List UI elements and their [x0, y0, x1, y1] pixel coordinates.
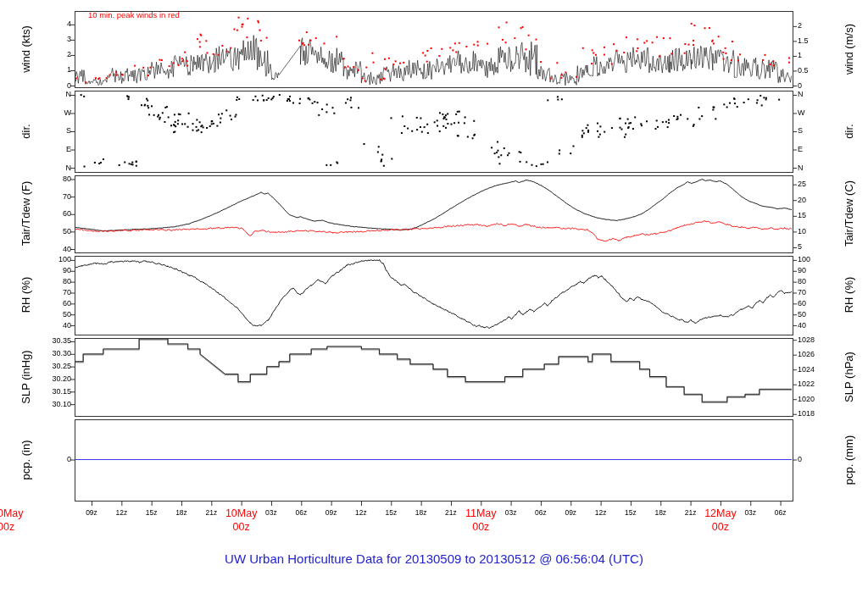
wind-right-axis-title: wind (m/s) [843, 24, 855, 75]
pcp-left-axis-title: pcp. (in) [19, 441, 32, 480]
rh-left-axis-title: RH (%) [19, 277, 32, 313]
tair-right-axis-title: Tair/Tdew (C) [843, 180, 855, 247]
dir-left-axis-title: dir. [19, 124, 32, 138]
left-margin-date-line2: 00z [0, 521, 14, 533]
slp-left-axis-title: SLP (inHg) [19, 350, 32, 403]
peak-winds-legend-note: 10 min. peak winds in red [88, 10, 180, 19]
rh-right-axis-title: RH (%) [843, 277, 855, 313]
meteogram-canvas [0, 0, 868, 593]
tair-left-axis-title: Tair/Tdew (F) [19, 181, 32, 247]
page-title: UW Urban Horticulture Data for 20130509 … [0, 551, 868, 566]
left-margin-date-label: 0May00z [0, 507, 24, 534]
left-margin-date-line1: 0May [0, 507, 24, 519]
pcp-right-axis-title: pcp. (mm) [843, 435, 855, 485]
wind-left-axis-title: wind (kts) [19, 25, 32, 73]
slp-right-axis-title: SLP (hPa) [843, 352, 855, 402]
dir-right-axis-title: dir. [843, 124, 855, 138]
meteogram-screen: wind (kts) wind (m/s) dir. dir. Tair/Tde… [0, 0, 868, 593]
